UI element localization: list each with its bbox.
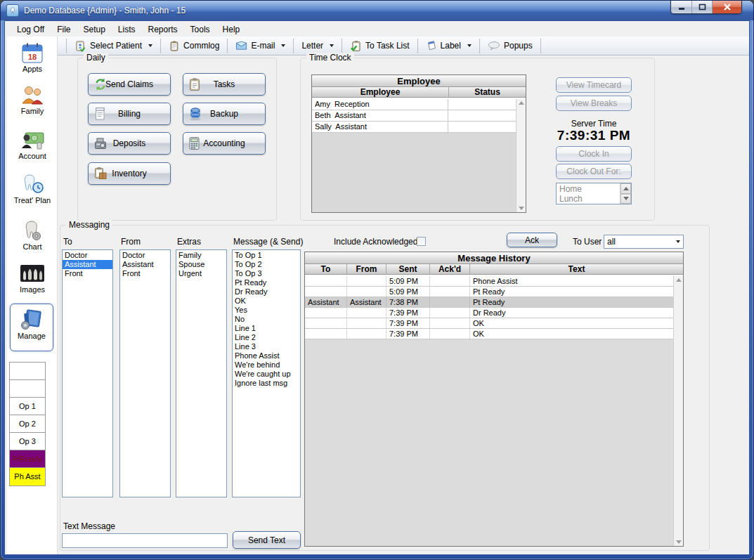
list-item[interactable]: To Op 3 (233, 269, 300, 278)
sidebar-item-family[interactable]: Family (7, 84, 58, 115)
list-item[interactable]: Front (63, 269, 112, 278)
select-patient-button[interactable]: Select Patient (68, 38, 159, 54)
list-item[interactable]: Assistant (63, 260, 112, 269)
sidebar-item-treatplan[interactable]: Treat' Plan (7, 174, 58, 204)
scroll-up-icon[interactable] (676, 278, 682, 282)
list-item[interactable]: Ignore last msg (233, 379, 300, 388)
message-history-row[interactable]: 7:39 PMDr Ready (305, 308, 673, 318)
email-button[interactable]: E-mail (229, 38, 292, 54)
accounting-button[interactable]: Accounting (183, 132, 266, 155)
combo-arrow[interactable] (672, 235, 683, 248)
op-list-item[interactable]: Op 3 (10, 433, 45, 450)
sidebar-item-appts[interactable]: 18 Appts (7, 42, 58, 73)
list-item[interactable]: Phone Assist (233, 351, 300, 360)
op-list-item[interactable] (10, 380, 45, 398)
message-history-row[interactable]: 7:39 PMOK (305, 329, 673, 339)
message-history-row[interactable]: 7:39 PMOK (305, 318, 673, 329)
label-button[interactable]: Label (420, 38, 478, 54)
op-list-item[interactable]: Ph Asst (10, 468, 45, 486)
send-text-button[interactable]: Send Text (233, 531, 301, 549)
col-header-text[interactable]: Text (469, 264, 683, 274)
spinner-down-button[interactable] (620, 194, 631, 204)
message-history-row[interactable]: 5:09 PMPhone Assist (305, 276, 673, 287)
inventory-button[interactable]: Inventory (88, 162, 171, 185)
list-item[interactable]: Yes (233, 306, 300, 315)
chevron-down-icon[interactable] (330, 44, 334, 47)
sidebar-item-images[interactable]: Images (7, 262, 58, 294)
scroll-down-icon[interactable] (676, 540, 682, 544)
sidebar-item-account[interactable]: Account (7, 129, 58, 160)
list-item[interactable]: Assistant (120, 260, 170, 269)
view-timecard-button[interactable]: View Timecard (556, 77, 632, 93)
clock-out-option[interactable]: Lunch (559, 194, 620, 204)
status-col-header[interactable]: Status (448, 87, 526, 97)
chevron-down-icon[interactable] (281, 44, 285, 47)
menu-item-setup[interactable]: Setup (77, 23, 111, 36)
list-item[interactable]: Line 1 (233, 324, 300, 333)
list-item[interactable]: Family (176, 251, 226, 260)
sidebar-item-chart[interactable]: Chart (7, 220, 58, 251)
minimize-button[interactable] (671, 1, 691, 13)
op-list-item[interactable]: Op 1 (10, 398, 45, 415)
extras-listbox[interactable]: FamilySpouseUrgent (176, 249, 227, 497)
list-item[interactable]: Front (120, 269, 170, 278)
employee-row[interactable]: Sally Assistant (312, 122, 516, 133)
letter-button[interactable]: Letter (295, 38, 340, 54)
clock-out-for-button[interactable]: Clock Out For: (556, 164, 632, 179)
send-claims-button[interactable]: Send Claims (88, 73, 171, 96)
col-header-sent[interactable]: Sent (386, 264, 429, 274)
to-listbox[interactable]: DoctorAssistantFront (62, 249, 113, 497)
list-item[interactable]: To Op 2 (233, 260, 300, 269)
employee-col-header[interactable]: Employee (312, 87, 448, 97)
employee-table-scrollbar[interactable] (516, 99, 526, 212)
message-history-row[interactable]: AssistantAssistant7:38 PMPt Ready (305, 297, 673, 308)
list-item[interactable]: Line 2 (233, 333, 300, 342)
col-header-from[interactable]: From (346, 264, 386, 274)
menu-item-help[interactable]: Help (216, 23, 247, 36)
list-item[interactable]: To Op 1 (233, 251, 300, 260)
view-breaks-button[interactable]: View Breaks (556, 96, 632, 111)
employee-row[interactable]: Amy Reception (312, 99, 516, 110)
spinner-up-button[interactable] (620, 183, 631, 194)
message-history-row[interactable]: 5:09 PMPt Ready (305, 287, 673, 297)
scroll-up-icon[interactable] (519, 101, 524, 105)
maximize-button[interactable] (691, 1, 712, 13)
list-item[interactable]: No (233, 315, 300, 324)
include-acknowledged-checkbox[interactable] (417, 237, 426, 246)
to-user-dropdown[interactable]: all (604, 235, 684, 249)
billing-button[interactable]: Billing (88, 103, 171, 125)
popups-button[interactable]: Popups (481, 38, 539, 54)
list-item[interactable]: We're behind (233, 360, 300, 370)
list-item[interactable]: Urgent (176, 269, 226, 278)
list-item[interactable]: Line 3 (233, 342, 300, 351)
list-item[interactable]: OK (233, 297, 300, 306)
sidebar-item-manage[interactable]: Manage (10, 304, 53, 351)
clock-in-button[interactable]: Clock In (556, 146, 632, 162)
message-history-scrollbar[interactable] (673, 276, 683, 546)
close-button[interactable] (712, 1, 741, 13)
menu-item-file[interactable]: File (51, 23, 77, 36)
list-item[interactable]: Spouse (176, 260, 226, 269)
chevron-down-icon[interactable] (148, 44, 152, 47)
commlog-button[interactable]: Commlog (162, 38, 226, 54)
menu-item-lists[interactable]: Lists (112, 23, 142, 36)
col-header-to[interactable]: To (305, 264, 346, 274)
ack-button[interactable]: Ack (507, 233, 557, 247)
deposits-button[interactable]: Deposits (88, 132, 171, 155)
to-task-list-button[interactable]: To Task List (344, 38, 415, 54)
list-item[interactable]: Dr Ready (233, 287, 300, 297)
op-list-item[interactable] (10, 363, 45, 380)
col-header-ackd[interactable]: Ack'd (429, 264, 469, 274)
clock-out-option[interactable]: Home (559, 184, 620, 194)
text-message-input[interactable] (62, 533, 228, 548)
menu-item-tools[interactable]: Tools (184, 23, 216, 36)
chevron-down-icon[interactable] (467, 44, 472, 47)
from-listbox[interactable]: DoctorAssistantFront (119, 249, 171, 497)
clock-out-options-list[interactable]: Home Lunch (556, 183, 632, 204)
scroll-down-icon[interactable] (519, 207, 524, 210)
employee-row[interactable]: Beth Assistant (312, 110, 516, 122)
list-item[interactable]: We're caught up (233, 370, 300, 379)
op-list-item[interactable]: Op 2 (10, 415, 45, 433)
op-list-item[interactable]: PtReady (10, 450, 45, 468)
list-item[interactable]: Pt Ready (233, 278, 300, 287)
